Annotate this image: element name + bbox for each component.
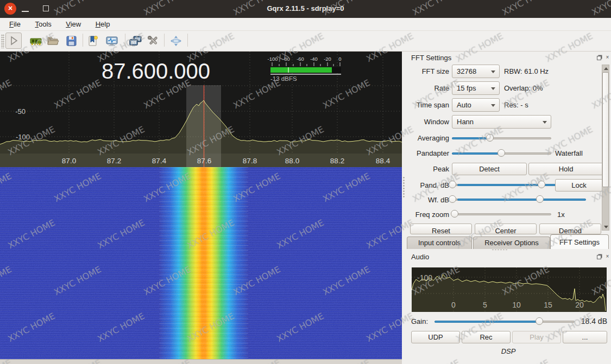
gqrx-window: × Gqrx 2.11.5 - sdrplay=0 File Tools Vie…: [0, 0, 611, 364]
rec-button[interactable]: Rec: [462, 331, 511, 343]
audio-float-icon[interactable]: [597, 255, 601, 259]
dock-splitter-handle[interactable]: [492, 249, 508, 251]
menubar: File Tools View Help: [0, 18, 611, 31]
y-tick-minus100: -100: [16, 133, 30, 141]
panel-splitter-handle[interactable]: [403, 176, 405, 198]
tab-receiver-options[interactable]: Receiver Options: [473, 237, 550, 249]
pand-db-range-slider[interactable]: [452, 181, 551, 189]
dsp-monitor-button[interactable]: [104, 33, 119, 48]
svg-text:88.0: 88.0: [285, 157, 299, 165]
peak-detect-button[interactable]: Detect: [452, 163, 527, 175]
memory-device-icon: [29, 35, 42, 48]
wf-db-high-handle[interactable]: [536, 195, 544, 203]
menu-file[interactable]: File: [3, 18, 27, 30]
lock-button[interactable]: Lock: [555, 179, 603, 191]
pand-db-low-handle[interactable]: [449, 181, 456, 188]
svg-text:-80: -80: [282, 56, 290, 62]
svg-text:15: 15: [544, 301, 552, 309]
pandapter-split-slider[interactable]: [452, 149, 551, 158]
audio-close-icon[interactable]: ×: [604, 253, 610, 259]
waterfall-noise-texture: [0, 167, 402, 360]
play-button: Play: [512, 331, 561, 343]
reset-button[interactable]: Reset: [410, 223, 472, 234]
save-floppy-icon: [65, 35, 78, 48]
window-title: Gqrx 2.11.5 - sdrplay=0: [0, 4, 611, 12]
waterfall-display[interactable]: [0, 167, 402, 360]
window-fn-value: Hann: [457, 118, 474, 126]
peak-hold-button[interactable]: Hold: [528, 163, 603, 175]
wf-db-range-slider[interactable]: [452, 195, 551, 204]
pandapter-slider-handle[interactable]: [497, 149, 505, 157]
fft-size-combo[interactable]: 32768: [452, 65, 500, 78]
fft-scrollbar[interactable]: [602, 65, 609, 231]
svg-text:0: 0: [338, 56, 341, 62]
configure-tools-button[interactable]: [146, 33, 161, 48]
time-span-combo[interactable]: Auto: [452, 98, 500, 112]
titlebar: × Gqrx 2.11.5 - sdrplay=0: [0, 0, 611, 18]
panel-splitter[interactable]: [402, 52, 406, 364]
configure-io-button[interactable]: [28, 33, 43, 48]
svg-text:10: 10: [512, 301, 521, 309]
dock-float-icon[interactable]: [597, 56, 601, 60]
svg-text:-40: -40: [310, 56, 318, 62]
svg-text:88.4: 88.4: [376, 157, 390, 165]
start-dsp-button[interactable]: [5, 33, 22, 49]
move-arrows-icon: [169, 35, 182, 48]
load-settings-button[interactable]: [46, 33, 61, 48]
fft-scrollbar-thumb[interactable]: [602, 72, 609, 187]
bookmarks-button[interactable]: [86, 33, 101, 48]
menu-tools[interactable]: Tools: [29, 18, 57, 30]
fft-size-value: 32768: [457, 67, 476, 75]
tab-input-controls[interactable]: Input controls: [407, 237, 472, 249]
udp-button[interactable]: UDP: [411, 331, 460, 343]
wf-db-label: Wf. dB: [406, 196, 449, 204]
dock-close-icon[interactable]: ×: [604, 54, 610, 60]
gain-slider-handle[interactable]: [536, 317, 543, 325]
averaging-slider[interactable]: [452, 134, 551, 143]
freq-zoom-slider-handle[interactable]: [451, 210, 458, 218]
freq-zoom-slider[interactable]: [452, 210, 551, 219]
window-fn-combo[interactable]: Hann: [452, 115, 551, 129]
toolbar-separator: [164, 34, 165, 47]
rate-value: 15 fps: [457, 84, 476, 92]
fullscreen-button[interactable]: [168, 33, 184, 48]
toolbar-separator: [187, 34, 188, 47]
scroll-up-icon[interactable]: [604, 67, 608, 70]
freq-zoom-value: 1x: [557, 210, 565, 219]
gain-slider[interactable]: [434, 317, 575, 326]
play-icon: [8, 35, 20, 47]
averaging-slider-handle[interactable]: [486, 134, 494, 142]
svg-text:-100: -100: [267, 56, 278, 62]
dbfs-bar-level: [270, 67, 332, 73]
chevron-down-icon: [491, 71, 495, 73]
remote-control-button[interactable]: [128, 33, 143, 48]
dock-tabstrip: Input controls Receiver Options FFT Sett…: [406, 234, 611, 249]
svg-text:87.0: 87.0: [62, 157, 76, 165]
demod-button[interactable]: Demod: [539, 223, 601, 234]
menu-help[interactable]: Help: [90, 18, 116, 30]
svg-text:5: 5: [483, 301, 487, 309]
audio-options-button[interactable]: ...: [563, 331, 607, 343]
chevron-down-icon: [543, 121, 547, 124]
freq-zoom-label: Freq zoom: [406, 210, 449, 219]
scroll-down-icon[interactable]: [604, 226, 608, 228]
frequency-display[interactable]: 87.600.000: [102, 59, 210, 83]
tab-fft-settings[interactable]: FFT Settings: [550, 234, 609, 249]
open-folder-icon: [47, 35, 60, 48]
center-button[interactable]: Center: [475, 223, 537, 234]
wf-db-low-handle[interactable]: [449, 195, 456, 203]
menu-view[interactable]: View: [60, 18, 87, 30]
toolbar-grip[interactable]: [1, 34, 4, 48]
pand-db-label: Pand. dB: [406, 181, 449, 189]
chevron-down-icon: [491, 87, 495, 90]
audio-y-label: -100: [417, 273, 432, 282]
pandapter-spectrum[interactable]: -50 -100 87.0 87.2 87.4 87.6 87.8 88.0 8…: [0, 52, 402, 167]
save-settings-button[interactable]: [64, 33, 79, 48]
pand-db-high-handle[interactable]: [538, 181, 545, 188]
remote-computers-icon: [129, 35, 143, 48]
rate-combo[interactable]: 15 fps: [452, 81, 500, 95]
fft-settings-dock: FFT Settings × FFT size 32768 RBW: 61.0 …: [406, 52, 611, 234]
fft-size-label: FFT size: [406, 67, 449, 75]
gain-label: Gain:: [411, 317, 428, 325]
audio-fft-plot[interactable]: -100 0 5 10 15 20: [412, 267, 607, 312]
